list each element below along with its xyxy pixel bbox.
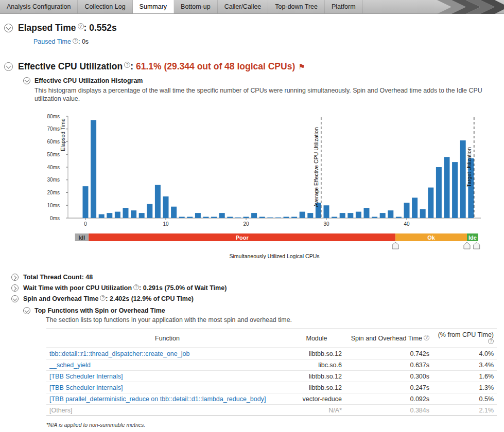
histogram-bar bbox=[347, 213, 353, 218]
y-tick-label: 80ms bbox=[47, 114, 60, 119]
collapse-cpu-icon[interactable] bbox=[4, 62, 13, 71]
tab-summary[interactable]: Summary bbox=[133, 0, 174, 13]
histogram-bar bbox=[187, 217, 193, 218]
function-link[interactable]: [TBB parallel_deterministic_reduce on tb… bbox=[49, 395, 266, 403]
histogram-bar bbox=[251, 213, 257, 218]
column-header-pct-cpu-time[interactable]: (% from CPU Time)? bbox=[432, 329, 497, 348]
metric-spin-and-overhead-time: Spin and Overhead Time?: 2.402s (12.9% o… bbox=[11, 295, 504, 302]
histogram-bar bbox=[436, 167, 442, 218]
function-link[interactable]: __sched_yield bbox=[49, 362, 91, 369]
module-cell: libtbb.so.12 bbox=[288, 371, 345, 382]
elapsed-time-section-header: Elapsed Time?: 0.552s bbox=[4, 22, 504, 33]
metric-wait-time-with-poor-cpu-utilization: Wait Time with poor CPU Utilization?: 0.… bbox=[11, 284, 504, 292]
colon: : bbox=[84, 23, 90, 33]
help-icon[interactable]: ? bbox=[133, 284, 139, 290]
tab-platform[interactable]: Platform bbox=[325, 0, 363, 13]
function-link[interactable]: [TBB Scheduler Internals] bbox=[49, 373, 123, 380]
histogram-bar bbox=[267, 218, 273, 218]
module-cell: libtbb.so.12 bbox=[288, 348, 345, 359]
y-tick-label: 30ms bbox=[47, 177, 60, 183]
histogram-section-header: Effective CPU Utilization Histogram bbox=[23, 77, 504, 84]
collapse-icon[interactable] bbox=[11, 295, 19, 302]
histogram-bar bbox=[275, 218, 281, 218]
histogram-bar bbox=[195, 213, 201, 218]
histogram-bar bbox=[412, 198, 418, 219]
histogram-svg: 0ms10ms20ms30ms40ms50ms60ms70ms80msElaps… bbox=[34, 113, 489, 261]
module-cell: vector-reduce bbox=[288, 393, 345, 405]
spin-time-cell: 0.300s bbox=[345, 371, 432, 382]
metric-label: Total Thread Count bbox=[23, 274, 82, 281]
tab-collection-log[interactable]: Collection Log bbox=[78, 0, 132, 13]
band-slider-handle[interactable] bbox=[464, 242, 470, 249]
histogram-bar bbox=[171, 207, 177, 218]
collapse-icon[interactable] bbox=[11, 274, 19, 281]
help-icon[interactable]: ? bbox=[78, 23, 84, 29]
band-slider-handle[interactable] bbox=[392, 242, 398, 249]
histogram-bar bbox=[284, 217, 289, 218]
histogram-bar bbox=[396, 217, 402, 218]
table-row: [TBB parallel_deterministic_reduce on tb… bbox=[46, 393, 497, 405]
pct-cpu-time-cell: 1.6% bbox=[432, 371, 497, 382]
tab-top-down-tree[interactable]: Top-down Tree bbox=[268, 0, 325, 13]
y-tick-label: 40ms bbox=[47, 165, 60, 170]
colon: : bbox=[78, 38, 82, 45]
collapse-icon[interactable] bbox=[11, 284, 19, 292]
histogram-bar bbox=[420, 209, 426, 218]
table-footnote: *N/A is applied to non-summable metrics. bbox=[46, 422, 504, 428]
x-tick-label: 40 bbox=[404, 221, 410, 227]
y-tick-label: 10ms bbox=[47, 203, 60, 208]
histogram-bar bbox=[91, 120, 96, 219]
pct-cpu-time-cell: 0.5% bbox=[432, 393, 497, 405]
histogram-bar bbox=[460, 140, 466, 218]
histogram-bar bbox=[107, 213, 112, 218]
help-icon[interactable]: ? bbox=[488, 338, 494, 344]
histogram-bar bbox=[452, 162, 458, 218]
table-row: [TBB Scheduler Internals]libtbb.so.120.2… bbox=[46, 382, 497, 393]
histogram-bar bbox=[163, 196, 169, 218]
histogram-bar bbox=[115, 212, 120, 218]
tab-bottom-up[interactable]: Bottom-up bbox=[174, 0, 218, 13]
cpu-utilization-histogram: 0ms10ms20ms30ms40ms50ms60ms70ms80msElaps… bbox=[34, 113, 504, 263]
pct-cpu-time-cell: 3.4% bbox=[432, 359, 497, 371]
column-header-label: Spin and Overhead Time bbox=[351, 335, 422, 342]
help-icon[interactable]: ? bbox=[73, 38, 78, 44]
spin-time-cell: 0.247s bbox=[345, 382, 432, 393]
cpu-utilization-label: Effective CPU Utilization bbox=[18, 61, 123, 71]
function-link[interactable]: tbb::detail::r1::thread_dispatcher::crea… bbox=[49, 350, 189, 357]
help-icon[interactable]: ? bbox=[424, 335, 429, 340]
function-link[interactable]: [TBB Scheduler Internals] bbox=[49, 384, 123, 391]
histogram-bar bbox=[380, 213, 386, 218]
histogram-bar bbox=[356, 212, 361, 218]
metric-total-thread-count: Total Thread Count: 48 bbox=[11, 274, 504, 281]
histogram-bar bbox=[203, 217, 209, 218]
band-slider-handle[interactable] bbox=[474, 242, 480, 249]
histogram-bar bbox=[99, 214, 105, 218]
top-functions-title: Top Functions with Spin or Overhead Time bbox=[34, 307, 165, 314]
y-tick-label: 60ms bbox=[47, 139, 60, 145]
histogram-bar bbox=[428, 188, 433, 218]
collapse-histogram-icon[interactable] bbox=[23, 77, 30, 84]
tab-analysis-configuration[interactable]: Analysis Configuration bbox=[0, 0, 78, 13]
histogram-bar bbox=[147, 204, 152, 218]
histogram-bar bbox=[324, 206, 329, 219]
histogram-bar bbox=[372, 217, 377, 218]
tab-bar-decoration bbox=[427, 0, 504, 14]
elapsed-time-label: Elapsed Time bbox=[18, 23, 76, 33]
histogram-bar bbox=[340, 213, 345, 218]
pct-cpu-time-cell: 1.3% bbox=[432, 382, 497, 393]
column-header-spin-time[interactable]: Spin and Overhead Time? bbox=[345, 329, 432, 348]
collapse-top-functions-icon[interactable] bbox=[23, 307, 30, 314]
histogram-bar bbox=[404, 203, 410, 219]
tab-caller-callee[interactable]: Caller/Callee bbox=[218, 0, 269, 13]
collapse-elapsed-icon[interactable] bbox=[4, 24, 13, 32]
help-icon[interactable]: ? bbox=[124, 62, 130, 68]
x-axis-title: Simultaneously Utilized Logical CPUs bbox=[229, 253, 319, 259]
table-row: [Others]N/A*0.384s2.1% bbox=[46, 405, 497, 416]
spin-time-cell: 0.637s bbox=[345, 359, 432, 371]
paused-time-link[interactable]: Paused Time bbox=[33, 38, 71, 45]
y-tick-label: 0ms bbox=[50, 215, 60, 221]
column-header-function[interactable]: Function bbox=[46, 329, 288, 348]
help-icon[interactable]: ? bbox=[100, 295, 106, 301]
column-header-module[interactable]: Module bbox=[288, 329, 345, 348]
histogram-bar bbox=[300, 212, 305, 218]
